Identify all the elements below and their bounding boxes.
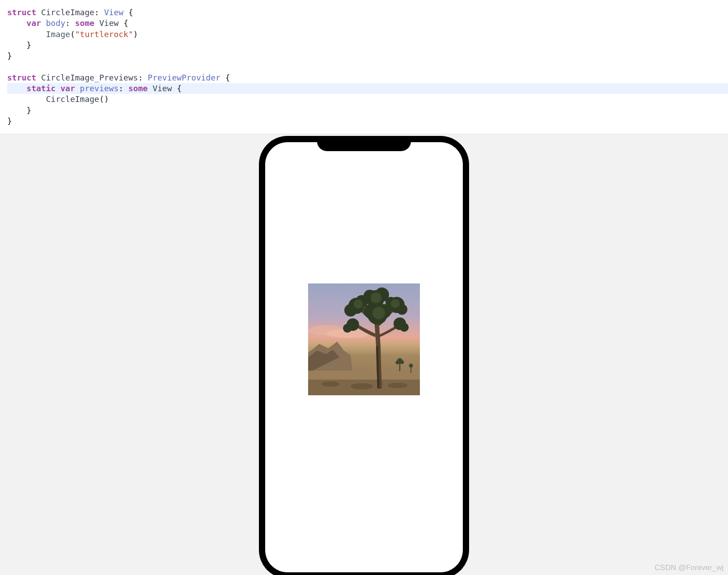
- landscape-illustration: [308, 283, 420, 395]
- code-editor[interactable]: struct CircleImage: View { var body: som…: [0, 0, 728, 134]
- iphone-notch: [317, 136, 411, 151]
- code-line-5[interactable]: }: [7, 51, 728, 61]
- type-previewprovider: PreviewProvider: [148, 73, 220, 82]
- svg-point-9: [409, 364, 413, 368]
- code-line-8-highlighted[interactable]: static var previews: some View {: [7, 83, 728, 94]
- watermark-text: CSDN @Forever_wj: [655, 563, 724, 572]
- func-call: CircleImage: [46, 94, 99, 104]
- svg-point-27: [371, 292, 381, 303]
- prop-previews: previews: [80, 84, 119, 93]
- svg-point-22: [400, 323, 409, 332]
- svg-point-26: [354, 300, 363, 309]
- type-name: CircleImage_Previews: [41, 73, 138, 82]
- type-name: CircleImage: [41, 8, 94, 17]
- string-literal: "turtlerock": [75, 30, 133, 39]
- svg-point-7: [400, 360, 404, 364]
- swiftui-preview-canvas[interactable]: [0, 134, 728, 575]
- svg-point-20: [343, 324, 352, 333]
- type-view: View: [99, 18, 119, 28]
- iphone-simulator-frame: [259, 136, 469, 575]
- keyword-some: some: [128, 84, 148, 93]
- code-line-4[interactable]: }: [7, 40, 728, 51]
- code-line-7[interactable]: struct CircleImage_Previews: PreviewProv…: [7, 72, 728, 83]
- turtlerock-image: [308, 283, 420, 395]
- svg-point-30: [322, 381, 339, 387]
- keyword-var: var: [60, 84, 75, 93]
- keyword-struct: struct: [7, 73, 36, 82]
- code-line-10[interactable]: }: [7, 105, 728, 116]
- code-line-6[interactable]: [7, 61, 728, 72]
- code-line-9[interactable]: CircleImage(): [7, 94, 728, 105]
- code-line-11[interactable]: }: [7, 116, 728, 127]
- func-image: Image: [46, 30, 70, 39]
- keyword-some: some: [75, 18, 94, 28]
- keyword-struct: struct: [7, 8, 36, 17]
- svg-point-31: [351, 383, 373, 389]
- keyword-var: var: [26, 18, 41, 28]
- iphone-screen: [265, 142, 463, 572]
- svg-point-6: [396, 361, 399, 364]
- type-view: View: [152, 84, 172, 93]
- svg-point-28: [391, 299, 400, 308]
- svg-point-32: [388, 383, 407, 388]
- type-view: View: [104, 8, 123, 17]
- svg-point-29: [372, 307, 385, 319]
- code-line-2[interactable]: var body: some View {: [7, 18, 728, 29]
- code-line-3[interactable]: Image("turtlerock"): [7, 29, 728, 40]
- keyword-static: static: [26, 84, 55, 93]
- code-line-1[interactable]: struct CircleImage: View {: [7, 7, 728, 18]
- prop-body: body: [46, 18, 65, 28]
